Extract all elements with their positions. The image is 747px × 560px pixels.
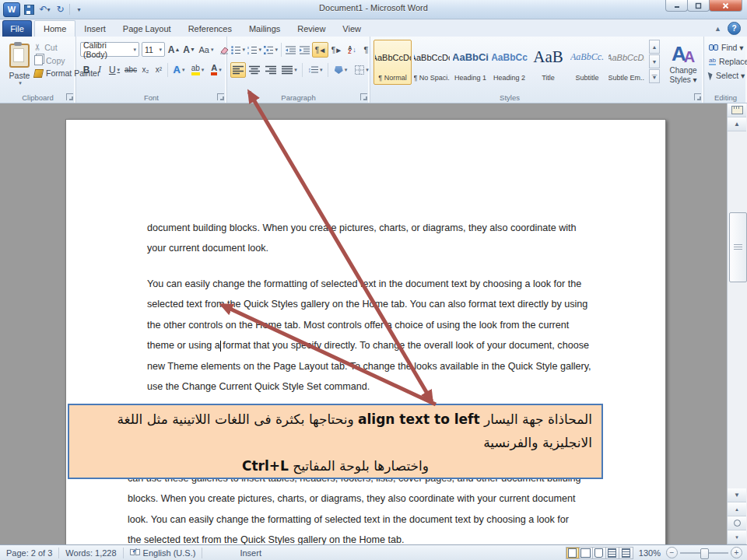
- style-subtle-emphasis[interactable]: AaBbCcDi Subtle Em...: [607, 40, 645, 85]
- zoom-slider[interactable]: [680, 548, 728, 558]
- redo-button[interactable]: ↻: [54, 3, 67, 16]
- undo-button[interactable]: ↶▾: [38, 3, 51, 16]
- tab-insert[interactable]: Insert: [75, 20, 114, 37]
- insert-mode-indicator[interactable]: Insert: [233, 548, 268, 558]
- tab-references[interactable]: References: [180, 20, 240, 37]
- font-color-button[interactable]: A▾: [208, 62, 225, 77]
- zoom-in-button[interactable]: +: [731, 547, 742, 558]
- borders-button[interactable]: ▾: [352, 62, 372, 78]
- styles-scroll-up-icon[interactable]: ▲: [649, 40, 660, 54]
- proofing-book-icon: ✓: [130, 549, 140, 556]
- style-heading-1[interactable]: AaBbCi Heading 1: [451, 40, 489, 85]
- qat-separator: [69, 4, 70, 15]
- zoom-slider-thumb[interactable]: [700, 548, 709, 559]
- style-subtitle[interactable]: AaBbCc. Subtitle: [568, 40, 606, 85]
- word-app-icon[interactable]: W: [3, 2, 20, 17]
- page-indicator[interactable]: Page: 2 of 3: [0, 548, 59, 558]
- find-button[interactable]: Find ▾: [709, 43, 747, 52]
- tab-review[interactable]: Review: [289, 20, 334, 37]
- select-button[interactable]: Select ▾: [709, 71, 747, 80]
- web-layout-view-button[interactable]: [593, 548, 606, 558]
- zoom-level[interactable]: 130%: [639, 548, 661, 558]
- styles-dialog-launcher-icon[interactable]: [694, 93, 701, 100]
- styles-scroll-down-icon[interactable]: ▼: [649, 54, 660, 68]
- previous-page-button[interactable]: ▲: [728, 502, 746, 516]
- clipboard-dialog-launcher-icon[interactable]: [66, 93, 73, 100]
- restore-button[interactable]: [687, 0, 710, 12]
- shrink-font-button[interactable]: A▼: [183, 42, 195, 57]
- style-normal[interactable]: AaBbCcDc ¶ Normal: [374, 40, 412, 85]
- change-styles-button[interactable]: AA Change Styles ▾: [663, 40, 703, 96]
- ruler-toggle-button[interactable]: [728, 103, 746, 117]
- vertical-scrollbar[interactable]: ▲ ▼ ▲ ▼: [727, 103, 747, 544]
- superscript-button[interactable]: x²: [153, 62, 165, 77]
- underline-button[interactable]: U▾: [107, 62, 122, 77]
- line-spacing-button[interactable]: ↕ ▾: [305, 62, 325, 78]
- sort-button[interactable]: AZ ↓: [345, 42, 359, 58]
- scroll-up-icon[interactable]: ▲: [728, 117, 746, 131]
- save-button[interactable]: [23, 3, 36, 16]
- minimize-button[interactable]: [665, 0, 688, 12]
- font-name-combobox[interactable]: Calibri (Body)▾: [80, 42, 139, 57]
- document-page[interactable]: document building blocks. When you creat…: [65, 119, 666, 544]
- paragraph-dialog-launcher-icon[interactable]: [360, 93, 367, 100]
- bold-button[interactable]: B: [80, 62, 93, 77]
- print-layout-icon: [568, 548, 577, 558]
- style-no-spacing[interactable]: AaBbCcDc ¶ No Spaci...: [412, 40, 451, 85]
- font-dialog-launcher-icon[interactable]: [217, 93, 224, 100]
- proofing-status[interactable]: ✓ English (U.S.): [124, 548, 203, 558]
- help-icon[interactable]: ?: [728, 22, 741, 35]
- document-line: selected text from the Quick Styles gall…: [147, 294, 591, 314]
- customize-qat-button[interactable]: ▾: [72, 3, 86, 16]
- justify-button[interactable]: ▾: [279, 62, 300, 78]
- style-title[interactable]: AaB Title: [529, 40, 567, 85]
- minimize-ribbon-icon[interactable]: ▲: [714, 25, 721, 33]
- undo-dropdown-icon[interactable]: ▾: [47, 6, 51, 13]
- word-count[interactable]: Words: 1,228: [59, 548, 123, 558]
- decrease-indent-button[interactable]: [284, 42, 297, 58]
- scrollbar-thumb[interactable]: [729, 212, 747, 282]
- change-case-button[interactable]: Aa▾: [198, 42, 215, 57]
- highlight-color-button[interactable]: ab▾: [188, 62, 207, 77]
- zoom-out-button[interactable]: −: [666, 547, 678, 558]
- align-center-button[interactable]: [247, 62, 262, 78]
- align-right-button[interactable]: [263, 62, 279, 78]
- left-to-right-direction-button[interactable]: ¶◄: [312, 42, 328, 58]
- scroll-down-icon[interactable]: ▼: [728, 488, 746, 502]
- numbering-button[interactable]: ▾: [247, 42, 262, 58]
- tab-mailings[interactable]: Mailings: [240, 20, 289, 37]
- tab-view[interactable]: View: [334, 20, 370, 37]
- multilevel-list-button[interactable]: ▾: [263, 42, 279, 58]
- language-indicator[interactable]: English (U.S.): [143, 548, 196, 558]
- chevron-down-icon: ▾: [133, 47, 136, 53]
- borders-icon: [355, 65, 364, 75]
- strikethrough-button[interactable]: abc: [123, 62, 139, 77]
- tab-home[interactable]: Home: [34, 20, 75, 37]
- select-browse-object-button[interactable]: [728, 516, 746, 530]
- text-effects-button[interactable]: A▾: [170, 62, 188, 77]
- group-clipboard: Paste ▾ ✂ Cut Copy Format Painter Clipbo…: [0, 37, 76, 103]
- grow-font-button[interactable]: A▲: [167, 42, 181, 57]
- full-screen-reading-view-button[interactable]: [580, 548, 593, 558]
- italic-button[interactable]: I: [93, 62, 106, 77]
- tab-file[interactable]: File: [2, 20, 32, 37]
- outline-view-button[interactable]: [606, 548, 619, 558]
- increase-indent-button[interactable]: [298, 42, 311, 58]
- print-layout-view-button[interactable]: [566, 548, 580, 558]
- bullets-button[interactable]: ▾: [230, 42, 246, 58]
- subscript-button[interactable]: x₂: [139, 62, 152, 77]
- font-size-combobox[interactable]: 11▾: [142, 42, 165, 57]
- styles-gallery-more-icon[interactable]: —▼: [649, 69, 660, 83]
- draft-view-button[interactable]: [619, 548, 633, 558]
- paste-dropdown-icon[interactable]: ▾: [19, 80, 22, 86]
- align-left-button[interactable]: [230, 62, 246, 78]
- next-page-button[interactable]: ▼: [728, 530, 746, 544]
- right-to-left-direction-button[interactable]: ¶►: [329, 42, 344, 58]
- style-heading-2[interactable]: AaBbCc Heading 2: [490, 40, 528, 85]
- replace-button[interactable]: ab Replace: [709, 57, 747, 66]
- close-button[interactable]: [709, 0, 742, 12]
- paste-button[interactable]: Paste ▾: [5, 41, 34, 94]
- shading-button[interactable]: ▾: [331, 62, 351, 78]
- view-shortcuts: [566, 547, 633, 559]
- tab-page-layout[interactable]: Page Layout: [114, 20, 180, 37]
